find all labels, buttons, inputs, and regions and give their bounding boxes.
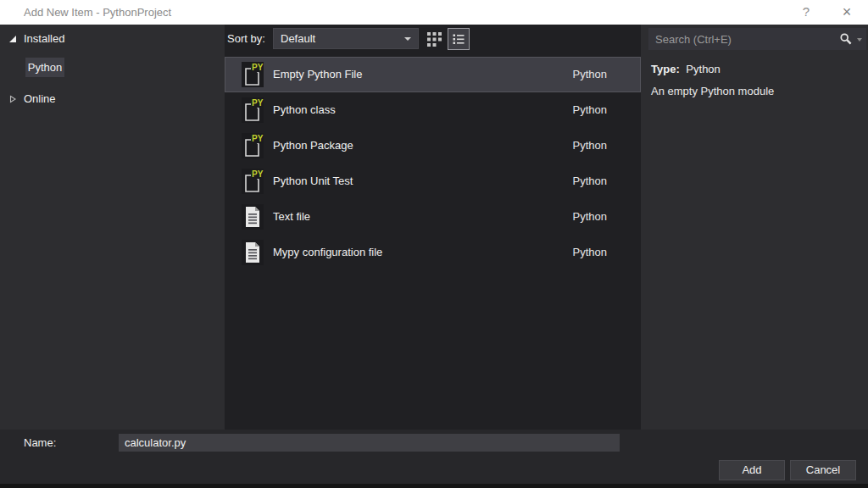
expanded-triangle-icon [8,35,17,43]
list-view-icon [452,32,465,46]
sort-dropdown-value: Default [281,32,315,45]
name-input[interactable] [119,434,620,452]
close-icon[interactable]: × [832,0,861,25]
help-icon[interactable]: ? [792,0,821,25]
template-description: An empty Python module [651,85,774,97]
python-file-icon: PY [242,133,264,158]
chevron-down-icon[interactable] [857,38,862,42]
search-input[interactable] [648,28,866,50]
text-file-icon [242,204,264,230]
template-row[interactable]: PYPython classPython [225,92,641,128]
type-label: Type: [651,63,680,75]
dialog-title: Add New Item - PythonProject [24,0,171,25]
template-row[interactable]: PYEmpty Python FilePython [225,57,641,92]
template-language: Python [573,57,607,92]
small-icons-view-icon[interactable] [426,30,443,47]
template-language: Python [573,164,607,199]
type-value: Python [686,63,720,75]
add-button[interactable]: Add [719,460,785,480]
template-list: PYEmpty Python FilePythonPYPython classP… [225,57,641,270]
collapsed-triangle-icon [8,95,17,103]
add-new-item-dialog: Add New Item - PythonProject ? × PYEmpty… [0,0,868,488]
python-file-icon: PY [242,169,264,194]
template-language: Python [573,128,607,164]
template-language: Python [573,199,607,235]
cancel-button[interactable]: Cancel [790,460,856,480]
list-view-button[interactable] [448,28,470,50]
template-name: Python Unit Test [273,164,353,199]
template-language: Python [573,92,607,128]
sort-dropdown[interactable]: Default [273,28,419,49]
template-name: Python class [273,92,336,128]
chevron-down-icon [404,37,411,41]
template-name: Python Package [273,128,353,164]
python-file-icon: PY [242,97,264,123]
sidebar-item-label: Online [24,92,56,107]
template-language: Python [573,235,607,270]
titlebar: Add New Item - PythonProject ? × [0,0,868,25]
template-type: Type: Python [651,63,721,75]
svg-text:PY: PY [252,98,264,108]
svg-text:PY: PY [252,169,264,179]
name-label: Name: [24,434,56,452]
template-row[interactable]: Text filePython [225,199,641,235]
template-name: Text file [273,199,310,235]
python-file-icon: PY [242,62,264,87]
svg-text:PY: PY [252,134,264,143]
sidebar-item-label: Installed [24,31,64,47]
template-panel: PYEmpty Python FilePythonPYPython classP… [225,25,641,430]
template-name: Mypy configuration file [273,235,382,270]
svg-text:PY: PY [252,63,264,72]
template-row[interactable]: PYPython Unit TestPython [225,164,641,199]
taskbar-sliver [0,484,868,488]
template-name: Empty Python File [273,57,363,92]
search-box [648,28,866,50]
sidebar-item-python[interactable]: Python [25,58,64,77]
sort-by-label: Sort by: [227,28,265,49]
text-file-icon [242,240,264,265]
template-row[interactable]: PYPython PackagePython [225,128,641,164]
template-row[interactable]: Mypy configuration filePython [225,235,641,270]
search-icon[interactable] [839,32,853,46]
